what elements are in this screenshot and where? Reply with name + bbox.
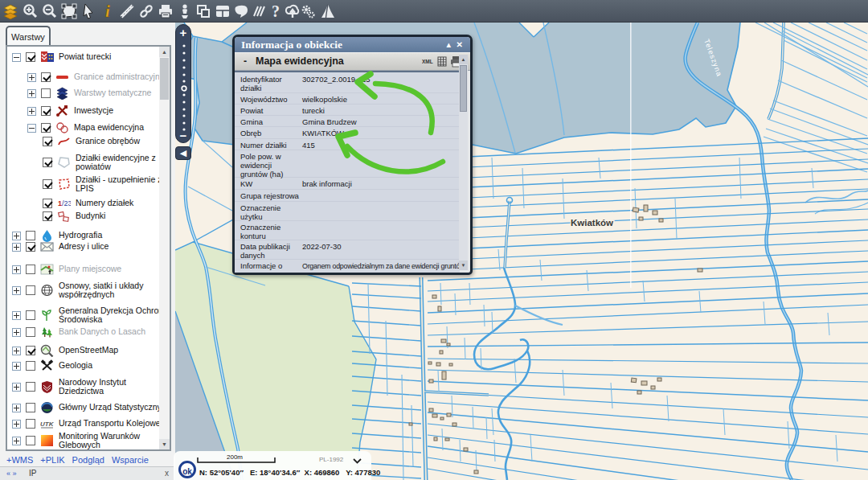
svg-text:UTK: UTK — [40, 421, 54, 428]
svg-text:?: ? — [272, 2, 280, 20]
svg-text:XML: XML — [422, 59, 433, 64]
svg-text:PL-1992: PL-1992 — [319, 456, 344, 463]
svg-text:i: i — [105, 2, 110, 20]
svg-text:/23: /23 — [62, 199, 71, 207]
svg-text:Kwiatków: Kwiatków — [571, 218, 613, 228]
svg-text:200m: 200m — [227, 453, 243, 461]
